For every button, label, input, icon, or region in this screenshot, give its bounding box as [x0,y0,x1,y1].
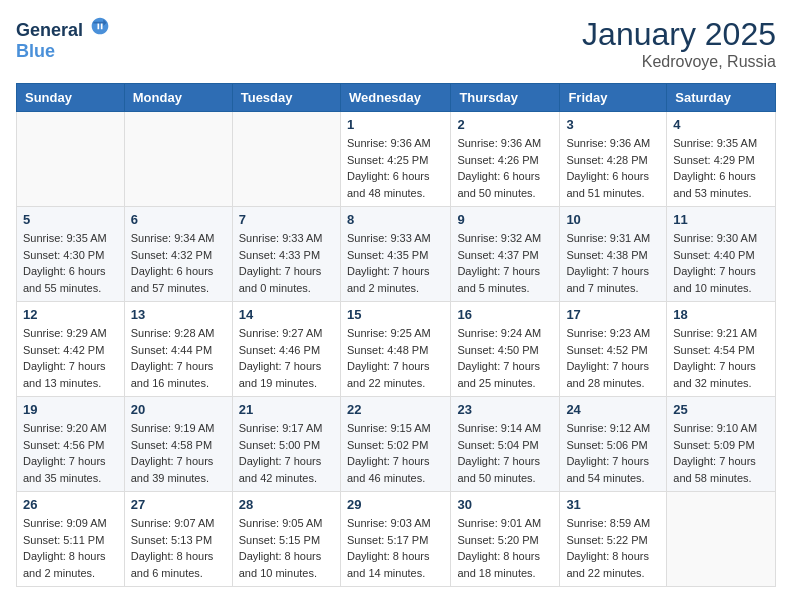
calendar-cell: 30Sunrise: 9:01 AMSunset: 5:20 PMDayligh… [451,492,560,587]
calendar-cell: 18Sunrise: 9:21 AMSunset: 4:54 PMDayligh… [667,302,776,397]
day-info: Sunrise: 9:10 AMSunset: 5:09 PMDaylight:… [673,420,769,486]
calendar-cell: 12Sunrise: 9:29 AMSunset: 4:42 PMDayligh… [17,302,125,397]
location: Kedrovoye, Russia [582,53,776,71]
weekday-header-saturday: Saturday [667,84,776,112]
week-row-0: 1Sunrise: 9:36 AMSunset: 4:25 PMDaylight… [17,112,776,207]
weekday-header-thursday: Thursday [451,84,560,112]
day-number: 3 [566,117,660,132]
day-number: 12 [23,307,118,322]
day-info: Sunrise: 9:32 AMSunset: 4:37 PMDaylight:… [457,230,553,296]
day-info: Sunrise: 9:35 AMSunset: 4:30 PMDaylight:… [23,230,118,296]
logo-icon [90,16,110,36]
calendar-cell [17,112,125,207]
calendar-cell: 6Sunrise: 9:34 AMSunset: 4:32 PMDaylight… [124,207,232,302]
calendar-cell: 23Sunrise: 9:14 AMSunset: 5:04 PMDayligh… [451,397,560,492]
weekday-header-monday: Monday [124,84,232,112]
weekday-header-row: SundayMondayTuesdayWednesdayThursdayFrid… [17,84,776,112]
day-info: Sunrise: 9:30 AMSunset: 4:40 PMDaylight:… [673,230,769,296]
calendar-cell: 29Sunrise: 9:03 AMSunset: 5:17 PMDayligh… [340,492,450,587]
day-number: 31 [566,497,660,512]
day-info: Sunrise: 9:23 AMSunset: 4:52 PMDaylight:… [566,325,660,391]
calendar-cell: 16Sunrise: 9:24 AMSunset: 4:50 PMDayligh… [451,302,560,397]
day-number: 21 [239,402,334,417]
weekday-header-tuesday: Tuesday [232,84,340,112]
calendar-cell: 8Sunrise: 9:33 AMSunset: 4:35 PMDaylight… [340,207,450,302]
calendar-cell: 5Sunrise: 9:35 AMSunset: 4:30 PMDaylight… [17,207,125,302]
day-info: Sunrise: 8:59 AMSunset: 5:22 PMDaylight:… [566,515,660,581]
day-number: 26 [23,497,118,512]
calendar-cell: 25Sunrise: 9:10 AMSunset: 5:09 PMDayligh… [667,397,776,492]
calendar-cell: 14Sunrise: 9:27 AMSunset: 4:46 PMDayligh… [232,302,340,397]
calendar-cell: 24Sunrise: 9:12 AMSunset: 5:06 PMDayligh… [560,397,667,492]
weekday-header-sunday: Sunday [17,84,125,112]
day-number: 6 [131,212,226,227]
calendar-cell: 1Sunrise: 9:36 AMSunset: 4:25 PMDaylight… [340,112,450,207]
day-info: Sunrise: 9:01 AMSunset: 5:20 PMDaylight:… [457,515,553,581]
day-info: Sunrise: 9:36 AMSunset: 4:25 PMDaylight:… [347,135,444,201]
calendar-cell: 10Sunrise: 9:31 AMSunset: 4:38 PMDayligh… [560,207,667,302]
week-row-1: 5Sunrise: 9:35 AMSunset: 4:30 PMDaylight… [17,207,776,302]
day-info: Sunrise: 9:21 AMSunset: 4:54 PMDaylight:… [673,325,769,391]
day-info: Sunrise: 9:05 AMSunset: 5:15 PMDaylight:… [239,515,334,581]
week-row-2: 12Sunrise: 9:29 AMSunset: 4:42 PMDayligh… [17,302,776,397]
day-number: 8 [347,212,444,227]
calendar-cell: 9Sunrise: 9:32 AMSunset: 4:37 PMDaylight… [451,207,560,302]
calendar-cell: 13Sunrise: 9:28 AMSunset: 4:44 PMDayligh… [124,302,232,397]
day-number: 9 [457,212,553,227]
day-info: Sunrise: 9:17 AMSunset: 5:00 PMDaylight:… [239,420,334,486]
page-header: General Blue January 2025 Kedrovoye, Rus… [16,16,776,71]
day-number: 19 [23,402,118,417]
day-number: 5 [23,212,118,227]
day-number: 20 [131,402,226,417]
day-info: Sunrise: 9:20 AMSunset: 4:56 PMDaylight:… [23,420,118,486]
day-number: 27 [131,497,226,512]
day-number: 18 [673,307,769,322]
day-number: 4 [673,117,769,132]
calendar-body: 1Sunrise: 9:36 AMSunset: 4:25 PMDaylight… [17,112,776,587]
day-info: Sunrise: 9:34 AMSunset: 4:32 PMDaylight:… [131,230,226,296]
day-info: Sunrise: 9:19 AMSunset: 4:58 PMDaylight:… [131,420,226,486]
day-number: 24 [566,402,660,417]
day-info: Sunrise: 9:29 AMSunset: 4:42 PMDaylight:… [23,325,118,391]
calendar-cell [232,112,340,207]
calendar-cell: 20Sunrise: 9:19 AMSunset: 4:58 PMDayligh… [124,397,232,492]
day-info: Sunrise: 9:07 AMSunset: 5:13 PMDaylight:… [131,515,226,581]
day-number: 15 [347,307,444,322]
day-info: Sunrise: 9:25 AMSunset: 4:48 PMDaylight:… [347,325,444,391]
day-number: 22 [347,402,444,417]
calendar-cell: 21Sunrise: 9:17 AMSunset: 5:00 PMDayligh… [232,397,340,492]
calendar-cell: 3Sunrise: 9:36 AMSunset: 4:28 PMDaylight… [560,112,667,207]
calendar-cell: 27Sunrise: 9:07 AMSunset: 5:13 PMDayligh… [124,492,232,587]
day-info: Sunrise: 9:24 AMSunset: 4:50 PMDaylight:… [457,325,553,391]
logo-text-blue: Blue [16,41,55,61]
calendar: SundayMondayTuesdayWednesdayThursdayFrid… [16,83,776,587]
week-row-3: 19Sunrise: 9:20 AMSunset: 4:56 PMDayligh… [17,397,776,492]
day-number: 17 [566,307,660,322]
calendar-cell: 4Sunrise: 9:35 AMSunset: 4:29 PMDaylight… [667,112,776,207]
calendar-cell: 2Sunrise: 9:36 AMSunset: 4:26 PMDaylight… [451,112,560,207]
day-info: Sunrise: 9:15 AMSunset: 5:02 PMDaylight:… [347,420,444,486]
day-number: 28 [239,497,334,512]
logo: General Blue [16,16,110,62]
day-info: Sunrise: 9:35 AMSunset: 4:29 PMDaylight:… [673,135,769,201]
weekday-header-wednesday: Wednesday [340,84,450,112]
day-info: Sunrise: 9:27 AMSunset: 4:46 PMDaylight:… [239,325,334,391]
day-info: Sunrise: 9:09 AMSunset: 5:11 PMDaylight:… [23,515,118,581]
calendar-cell: 15Sunrise: 9:25 AMSunset: 4:48 PMDayligh… [340,302,450,397]
day-info: Sunrise: 9:14 AMSunset: 5:04 PMDaylight:… [457,420,553,486]
day-number: 7 [239,212,334,227]
day-info: Sunrise: 9:36 AMSunset: 4:26 PMDaylight:… [457,135,553,201]
calendar-cell: 28Sunrise: 9:05 AMSunset: 5:15 PMDayligh… [232,492,340,587]
calendar-cell: 22Sunrise: 9:15 AMSunset: 5:02 PMDayligh… [340,397,450,492]
week-row-4: 26Sunrise: 9:09 AMSunset: 5:11 PMDayligh… [17,492,776,587]
weekday-header-friday: Friday [560,84,667,112]
day-info: Sunrise: 9:33 AMSunset: 4:33 PMDaylight:… [239,230,334,296]
day-number: 16 [457,307,553,322]
day-number: 13 [131,307,226,322]
calendar-cell: 7Sunrise: 9:33 AMSunset: 4:33 PMDaylight… [232,207,340,302]
day-info: Sunrise: 9:28 AMSunset: 4:44 PMDaylight:… [131,325,226,391]
day-number: 25 [673,402,769,417]
day-number: 1 [347,117,444,132]
calendar-cell: 17Sunrise: 9:23 AMSunset: 4:52 PMDayligh… [560,302,667,397]
calendar-cell [124,112,232,207]
